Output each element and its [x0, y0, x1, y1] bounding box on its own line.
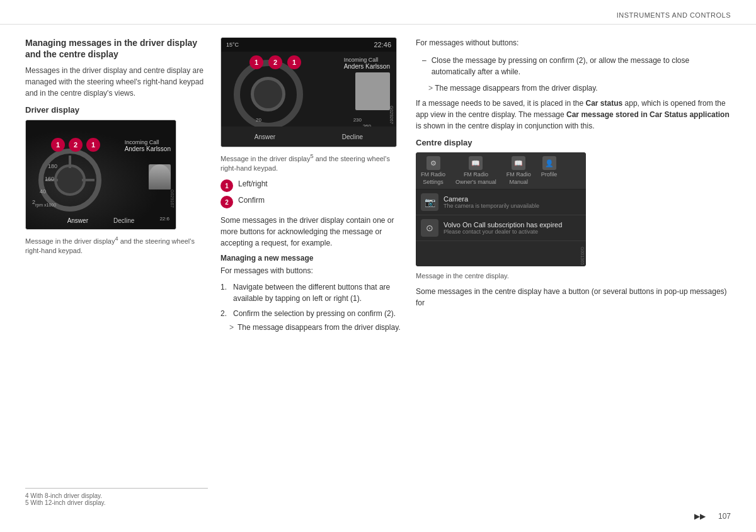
- cd-volvo-on-call-text: Volvo On Call subscription has expired P…: [444, 221, 581, 235]
- app-fm-radio-settings-line2: Settings: [423, 179, 444, 185]
- dash-item-1: Close the message by pressing on confirm…: [422, 55, 731, 77]
- rpm-label: rpm x1000: [35, 203, 56, 207]
- header-title: INSTRUMENTS AND CONTROLS: [617, 11, 731, 19]
- page-header: INSTRUMENTS AND CONTROLS: [0, 0, 756, 25]
- driver-display-heading: Driver display: [25, 105, 208, 115]
- cd-spacer: [416, 241, 586, 266]
- step-1-text: Navigate between the different buttons t…: [233, 281, 403, 304]
- cd-steering-inner: [251, 77, 285, 111]
- cd-badge-1-right: 1: [287, 55, 301, 69]
- incoming-call-label: Incoming Call Anders Karlsson: [125, 139, 171, 152]
- footnote-ref-5: 5: [310, 153, 313, 159]
- cd-gauge-230: 230: [353, 117, 362, 123]
- legend-item-1: 1 Left/right: [220, 179, 403, 192]
- gauge-num-160: 160: [45, 176, 54, 182]
- page-number: 107: [718, 512, 731, 521]
- camera-icon: 📷: [421, 193, 438, 211]
- dash-list: Close the message by pressing on confirm…: [416, 55, 731, 77]
- caller-face: [149, 164, 171, 190]
- cd-answer-bar: Answer Decline: [221, 127, 396, 147]
- section-title: Managing messages in the driver display …: [25, 37, 208, 60]
- middle-column: 15°C 22:46 1 2 1 Incoming Call Anders Ka…: [220, 37, 403, 519]
- cd-steering-wheel: [234, 60, 303, 129]
- driver-buttons: Answer Decline: [67, 217, 135, 224]
- bullet-disappears: > The message disappears from the driver…: [220, 323, 403, 332]
- app-fm-radio-owners-line1: FM Radio: [464, 171, 488, 178]
- centre-display-heading: Centre display: [416, 138, 731, 147]
- cd-answer-label: Answer: [255, 133, 275, 140]
- cd-top-bar: 15°C 22:46: [221, 38, 396, 52]
- owners-manual-icon: 📖: [469, 156, 483, 170]
- settings-icon: ⚙: [427, 156, 440, 170]
- step-2: 2. Confirm the selection by pressing on …: [220, 308, 403, 319]
- caller-name: Anders Karlsson: [125, 145, 171, 152]
- mid-img-caption: Message in the driver display5 and the s…: [220, 152, 403, 173]
- section-intro-text: Messages in the driver display and centr…: [25, 65, 208, 99]
- legend-badge-1: 1: [220, 179, 233, 192]
- cd-panel-top-apps: ⚙ FM Radio Settings 📖 FM Radio Owner's m…: [416, 152, 586, 190]
- next-arrows: ▶▶: [694, 512, 706, 521]
- legend-text-2: Confirm: [238, 196, 265, 205]
- legend-text-1: Left/right: [238, 179, 268, 188]
- footnote-5: 5 With 12-inch driver display.: [25, 499, 208, 506]
- cd-temp: 15°C: [226, 42, 239, 48]
- step-1-num: 1.: [220, 281, 229, 304]
- para-saved: If a message needs to be saved, it is pl…: [416, 98, 731, 132]
- centre-display-panel: ⚙ FM Radio Settings 📖 FM Radio Owner's m…: [416, 152, 586, 266]
- right-column: For messages without buttons: Close the …: [416, 37, 731, 519]
- app-fm-radio-settings-line1: FM Radio: [421, 171, 445, 178]
- spoke-right: [82, 179, 94, 181]
- cd-badge-1-left: 1: [249, 55, 263, 69]
- app-profile-line1: Profile: [541, 171, 558, 178]
- centre-img-caption: Message in the centre display.: [416, 271, 731, 281]
- cd-app-owners-manual: 📖 FM Radio Owner's manual: [455, 156, 496, 185]
- app-fm-radio-manual-line2: Manual: [510, 179, 529, 185]
- cd-incoming-call: Incoming Call Anders Karlsson: [344, 57, 390, 70]
- profile-icon: 👤: [542, 156, 556, 170]
- volvo-on-call-icon: ⊙: [421, 219, 438, 237]
- call-label: Incoming Call: [125, 139, 171, 145]
- app-fm-radio-manual-line1: FM Radio: [507, 171, 531, 178]
- gauge-num-40: 40: [40, 188, 46, 195]
- para-bottom: Some messages in the centre display have…: [416, 286, 731, 308]
- main-content: Managing messages in the driver display …: [0, 25, 756, 525]
- camera-title: Camera: [444, 195, 581, 203]
- cd-gauge-20: 20: [256, 117, 261, 123]
- cd-camera-row: 📷 Camera The camera is temporarily unava…: [416, 190, 586, 215]
- dash-item-1-text: Close the message by pressing on confirm…: [432, 55, 731, 77]
- legend-badge-2: 2: [220, 196, 233, 208]
- steps-list: 1. Navigate between the different button…: [220, 281, 403, 319]
- img-id-left: G029167: [170, 190, 175, 208]
- for-messages-without: For messages without buttons:: [416, 37, 731, 48]
- indent-disappears: The message disappears from the driver d…: [416, 82, 731, 94]
- cd-time: 22:46: [374, 41, 391, 48]
- steering-inner: [54, 164, 86, 196]
- manual-icon: 📖: [512, 156, 525, 170]
- camera-subtitle: The camera is temporarily unavailable: [444, 203, 581, 209]
- app-fm-radio-owners-line2: Owner's manual: [455, 179, 496, 185]
- cd-app-profile: 👤 Profile: [541, 156, 558, 185]
- car-msg-bold: Car message stored in Car Status applica…: [566, 110, 730, 119]
- cd-camera-text: Camera The camera is temporarily unavail…: [444, 195, 581, 209]
- manage-heading: Managing a new message: [220, 254, 403, 263]
- volvo-on-call-subtitle: Please contact your dealer to activate: [444, 229, 581, 235]
- driver-img-caption: Message in the driver display4 and the s…: [25, 235, 208, 256]
- gauge-time-tag: 22:6: [159, 216, 169, 222]
- bullet-text: The message disappears from the driver d…: [238, 323, 401, 332]
- legend-list: 1 Left/right 2 Confirm: [220, 179, 403, 208]
- footnote-ref-4: 4: [115, 235, 118, 242]
- answer-button: Answer: [67, 217, 88, 224]
- cd-app-settings: ⚙ FM Radio Settings: [421, 156, 445, 185]
- step-2-num: 2.: [220, 308, 229, 319]
- body-text-buttons: Some messages in the driver display cont…: [220, 215, 403, 249]
- driver-display-image: 1 2 1 Incoming Call Anders Karlsson 40 1…: [25, 120, 176, 230]
- gauge-num-180: 180: [48, 163, 57, 169]
- centre-display-image: 15°C 22:46 1 2 1 Incoming Call Anders Ka…: [220, 37, 397, 147]
- footnotes: 4 With 8-inch driver display. 5 With 12-…: [25, 488, 208, 506]
- cd-badge-2-center: 2: [268, 55, 282, 69]
- step-1: 1. Navigate between the different button…: [220, 281, 403, 304]
- caller-thumbnail: [149, 164, 171, 190]
- cd-volvo-on-call-row: ⊙ Volvo On Call subscription has expired…: [416, 215, 586, 241]
- legend-item-2: 2 Confirm: [220, 196, 403, 208]
- cd-panel-id-tag: G001365: [580, 247, 585, 265]
